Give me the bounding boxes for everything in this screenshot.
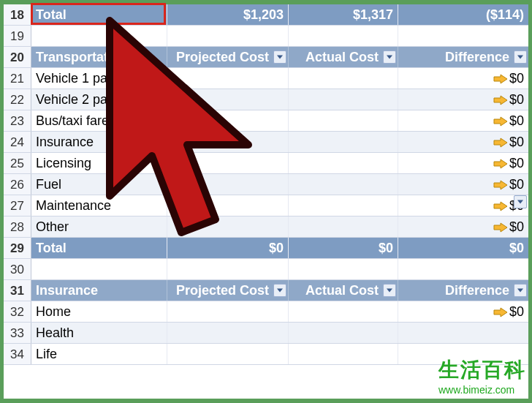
total-row[interactable]: 18Total$1,203$1,317($114): [4, 4, 528, 26]
filter-dropdown-icon[interactable]: [514, 284, 527, 297]
total-projected[interactable]: $1,203: [167, 4, 289, 25]
total-label[interactable]: Total: [31, 238, 167, 258]
item-projected[interactable]: [167, 323, 289, 343]
filter-dropdown-icon[interactable]: [273, 50, 286, 64]
row-number[interactable]: 32: [4, 301, 31, 322]
data-row[interactable]: 21Vehicle 1 payment$0: [4, 68, 528, 89]
header-row[interactable]: 20TransportationProjected CostActual Cos…: [4, 47, 528, 68]
row-number[interactable]: 30: [4, 259, 31, 279]
header-actual[interactable]: Actual Cost: [289, 280, 398, 301]
item-label[interactable]: Other: [31, 216, 167, 237]
item-projected[interactable]: [167, 195, 289, 216]
blank-row[interactable]: 30: [4, 259, 528, 280]
item-projected[interactable]: [167, 68, 289, 88]
item-projected[interactable]: [167, 216, 289, 237]
item-projected[interactable]: [167, 301, 289, 322]
cell[interactable]: [289, 259, 398, 279]
total-row[interactable]: 29Total$0$0$0: [4, 238, 528, 259]
spreadsheet[interactable]: 18Total$1,203$1,317($114)1920Transportat…: [4, 4, 528, 399]
row-number[interactable]: 24: [4, 132, 31, 152]
item-difference[interactable]: $0: [398, 68, 528, 88]
item-actual[interactable]: [289, 132, 398, 152]
item-projected[interactable]: [167, 89, 289, 110]
cell[interactable]: [398, 26, 528, 46]
item-projected[interactable]: [167, 110, 289, 131]
cell[interactable]: [167, 26, 289, 46]
item-difference[interactable]: $0: [398, 195, 528, 216]
cell[interactable]: [31, 259, 167, 279]
cell[interactable]: [398, 259, 528, 279]
item-actual[interactable]: [289, 89, 398, 110]
header-projected[interactable]: Projected Cost: [167, 280, 289, 301]
blank-row[interactable]: 19: [4, 26, 528, 47]
item-difference[interactable]: $0: [398, 301, 528, 322]
item-actual[interactable]: [289, 216, 398, 237]
item-label[interactable]: Vehicle 2 payment: [31, 89, 167, 110]
item-actual[interactable]: [289, 323, 398, 343]
item-label[interactable]: Licensing: [31, 153, 167, 173]
row-number[interactable]: 29: [4, 238, 31, 258]
filter-dropdown-icon[interactable]: [514, 50, 527, 64]
filter-dropdown-icon[interactable]: [273, 284, 286, 297]
data-row[interactable]: 27Maintenance$0: [4, 195, 528, 216]
header-category[interactable]: Transportation: [31, 47, 167, 67]
item-label[interactable]: Maintenance: [31, 195, 167, 216]
item-difference[interactable]: $0: [398, 216, 528, 237]
item-difference[interactable]: $0: [398, 132, 528, 152]
row-number[interactable]: 23: [4, 110, 31, 131]
header-difference[interactable]: Difference: [398, 47, 528, 67]
item-label[interactable]: Health: [31, 323, 167, 343]
item-label[interactable]: Insurance: [31, 132, 167, 152]
row-number[interactable]: 31: [4, 280, 31, 301]
cell[interactable]: [167, 259, 289, 279]
row-number[interactable]: 33: [4, 323, 31, 343]
item-projected[interactable]: [167, 174, 289, 195]
row-number[interactable]: 20: [4, 47, 31, 67]
cell[interactable]: [289, 26, 398, 46]
item-actual[interactable]: [289, 110, 398, 131]
data-row[interactable]: 22Vehicle 2 payment$0: [4, 89, 528, 110]
item-actual[interactable]: [289, 301, 398, 322]
item-projected[interactable]: [167, 153, 289, 173]
item-actual[interactable]: [289, 195, 398, 216]
row-number[interactable]: 22: [4, 89, 31, 110]
row-number[interactable]: 18: [4, 4, 31, 25]
header-actual[interactable]: Actual Cost: [289, 47, 398, 67]
total-actual[interactable]: $0: [289, 238, 398, 258]
header-projected[interactable]: Projected Cost: [167, 47, 289, 67]
item-actual[interactable]: [289, 68, 398, 88]
item-difference[interactable]: $0: [398, 89, 528, 110]
total-projected[interactable]: $0: [167, 238, 289, 258]
data-row[interactable]: 25Licensing$0: [4, 153, 528, 174]
item-label[interactable]: Bus/taxi fare: [31, 110, 167, 131]
row-number[interactable]: 34: [4, 344, 31, 364]
total-label[interactable]: Total: [31, 4, 167, 25]
data-row[interactable]: 24Insurance$0: [4, 132, 528, 153]
total-difference[interactable]: $0: [398, 238, 528, 258]
data-row[interactable]: 32Home$0: [4, 301, 528, 323]
item-difference[interactable]: $0: [398, 153, 528, 173]
item-label[interactable]: Life: [31, 344, 167, 364]
item-label[interactable]: Fuel: [31, 174, 167, 195]
header-difference[interactable]: Difference: [398, 280, 528, 301]
header-category[interactable]: Insurance: [31, 280, 167, 301]
data-row[interactable]: 23Bus/taxi fare$0: [4, 110, 528, 132]
filter-dropdown-icon[interactable]: [383, 50, 396, 64]
data-row[interactable]: 28Other$0: [4, 216, 528, 238]
total-actual[interactable]: $1,317: [289, 4, 398, 25]
item-actual[interactable]: [289, 153, 398, 173]
data-row[interactable]: 26Fuel$0: [4, 174, 528, 195]
item-difference[interactable]: [398, 323, 528, 343]
header-row[interactable]: 31InsuranceProjected CostActual CostDiff…: [4, 280, 528, 301]
item-projected[interactable]: [167, 344, 289, 364]
data-row[interactable]: 33Health: [4, 323, 528, 344]
row-number[interactable]: 21: [4, 68, 31, 88]
row-number[interactable]: 27: [4, 195, 31, 216]
item-actual[interactable]: [289, 174, 398, 195]
row-number[interactable]: 26: [4, 174, 31, 195]
item-difference[interactable]: $0: [398, 174, 528, 195]
row-number[interactable]: 25: [4, 153, 31, 173]
item-label[interactable]: Home: [31, 301, 167, 322]
item-projected[interactable]: [167, 132, 289, 152]
item-actual[interactable]: [289, 344, 398, 364]
